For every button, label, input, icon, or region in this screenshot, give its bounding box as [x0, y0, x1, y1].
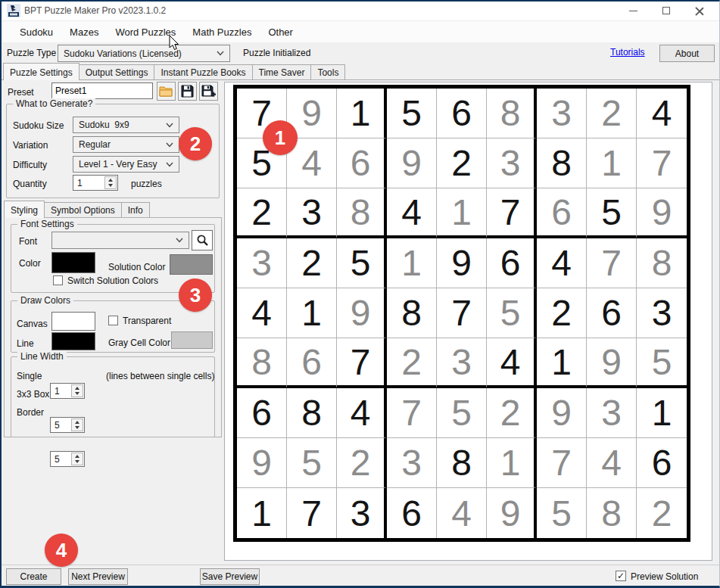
font-label: Font: [19, 236, 37, 247]
sudoku-cell: 5: [337, 238, 387, 288]
maximize-icon[interactable]: [654, 2, 678, 19]
tab-instant-puzzle-books[interactable]: Instant Puzzle Books: [154, 64, 252, 80]
sudoku-cell: 2: [437, 138, 487, 188]
tab-output-settings[interactable]: Output Settings: [79, 64, 155, 80]
next-preview-button[interactable]: Next Preview: [68, 568, 128, 585]
difficulty-label: Difficulty: [13, 160, 47, 170]
menu-math-puzzles[interactable]: Math Puzzles: [184, 23, 260, 41]
preset-input[interactable]: [51, 82, 153, 99]
variation-label: Variation: [13, 140, 48, 151]
preview-panel: 7915683245469238172384176593251964784198…: [224, 82, 712, 561]
sudoku-cell: 2: [337, 438, 387, 488]
save-preset-as-button[interactable]: [199, 82, 218, 101]
sudoku-row: 419875263: [237, 288, 687, 338]
sudoku-size-label: Sudoku Size: [13, 120, 64, 131]
stepper-arrows[interactable]: [71, 418, 83, 431]
status-text: Puzzle Initialized: [243, 48, 310, 58]
border-width-stepper[interactable]: 5: [50, 451, 85, 467]
tab-styling[interactable]: Styling: [4, 201, 45, 218]
sudoku-cell: 4: [237, 288, 287, 338]
sudoku-cell: 7: [337, 338, 387, 388]
single-width-stepper[interactable]: 1: [50, 383, 85, 399]
sudoku-row: 325196478: [237, 238, 687, 288]
tutorials-link[interactable]: Tutorials: [610, 47, 645, 58]
sudoku-cell: 7: [637, 138, 687, 188]
main-tab-strip: Puzzle Settings Output Settings Instant …: [3, 64, 344, 80]
font-color-swatch[interactable]: [51, 252, 95, 273]
sudoku-cell: 6: [287, 338, 337, 388]
sudoku-cell: 6: [587, 288, 637, 338]
quantity-stepper[interactable]: 1: [73, 175, 118, 191]
tab-symbol-options[interactable]: Symbol Options: [44, 202, 122, 218]
sudoku-cell: 1: [387, 238, 437, 288]
sudoku-cell: 5: [637, 338, 687, 388]
chevron-down-icon: [166, 142, 173, 148]
create-button[interactable]: Create: [6, 568, 61, 585]
close-icon[interactable]: [687, 2, 712, 19]
minimize-icon[interactable]: [621, 2, 645, 19]
annotation-badge-1: 1: [263, 120, 298, 155]
preview-solution-checkbox[interactable]: ✓: [616, 571, 626, 581]
sudoku-cell: 4: [437, 488, 487, 538]
sudoku-size-select[interactable]: Sudoku 9x9: [73, 117, 179, 133]
save-preview-button[interactable]: Save Preview: [200, 568, 260, 585]
tab-time-saver[interactable]: Time Saver: [252, 64, 312, 80]
sudoku-size-value: Sudoku 9x9: [79, 120, 166, 130]
stepper-arrows[interactable]: [71, 384, 83, 397]
sudoku-cell: 8: [437, 438, 487, 488]
tab-tools[interactable]: Tools: [310, 64, 345, 80]
sudoku-grid: 7915683245469238172384176593251964784198…: [233, 85, 690, 542]
tab-info[interactable]: Info: [121, 202, 150, 218]
single-width-note: (lines between single cells): [106, 371, 214, 381]
save-preset-button[interactable]: [178, 82, 197, 101]
quantity-value: 1: [73, 178, 83, 188]
sudoku-cell: 4: [337, 388, 387, 438]
check-icon: ✓: [617, 571, 625, 580]
sudoku-cell: 4: [587, 438, 637, 488]
menu-sudoku[interactable]: Sudoku: [11, 23, 61, 41]
menu-mazes[interactable]: Mazes: [61, 23, 107, 41]
sudoku-cell: 1: [487, 438, 537, 488]
magnifier-icon: [196, 234, 209, 247]
sudoku-cell: 1: [637, 388, 687, 438]
puzzle-type-value: Sudoku Variations (Licensed): [64, 48, 217, 59]
mouse-cursor-icon: [169, 35, 180, 52]
difficulty-select[interactable]: Level 1 - Very Easy: [73, 156, 179, 173]
sudoku-cell: 1: [337, 89, 387, 138]
sudoku-cell: 2: [287, 238, 337, 288]
menu-bar: Sudoku Mazes Word Puzzles Math Puzzles O…: [0, 21, 720, 42]
gray-cell-color-swatch[interactable]: [171, 331, 213, 349]
transparent-checkbox[interactable]: [108, 316, 118, 325]
sudoku-row: 867234195: [237, 338, 687, 388]
sudoku-cell: 5: [437, 388, 487, 438]
what-to-generate-title: What to Generate?: [13, 98, 95, 109]
sudoku-cell: 8: [637, 238, 687, 288]
menu-other[interactable]: Other: [260, 23, 301, 41]
style-tab-strip: Styling Symbol Options Info: [4, 203, 149, 218]
sudoku-cell: 5: [587, 188, 637, 238]
sudoku-cell: 6: [337, 138, 387, 188]
box-width-stepper[interactable]: 5: [50, 417, 85, 433]
line-color-swatch[interactable]: [51, 332, 95, 350]
puzzle-type-select[interactable]: Sudoku Variations (Licensed): [58, 45, 230, 62]
canvas-color-swatch[interactable]: [51, 312, 95, 331]
switch-solution-colors-checkbox[interactable]: [53, 275, 63, 285]
stepper-arrows[interactable]: [104, 176, 117, 189]
tab-puzzle-settings[interactable]: Puzzle Settings: [3, 63, 79, 80]
sudoku-cell: 7: [537, 438, 587, 488]
variation-select[interactable]: Regular: [73, 136, 179, 153]
sudoku-cell: 7: [387, 388, 437, 438]
preset-label: Preset: [8, 87, 34, 98]
font-color-label: Color: [19, 258, 41, 269]
quantity-suffix: puzzles: [131, 179, 162, 189]
about-button[interactable]: About: [659, 45, 715, 62]
solution-color-swatch[interactable]: [170, 254, 213, 275]
font-select[interactable]: [51, 232, 189, 249]
quantity-label: Quantity: [13, 179, 47, 189]
stepper-arrows[interactable]: [71, 453, 83, 465]
sudoku-row: 791568324: [237, 89, 687, 138]
sudoku-cell: 7: [587, 238, 637, 288]
sudoku-cell: 8: [387, 288, 437, 338]
open-preset-button[interactable]: [157, 82, 176, 101]
font-preview-button[interactable]: [192, 230, 213, 250]
